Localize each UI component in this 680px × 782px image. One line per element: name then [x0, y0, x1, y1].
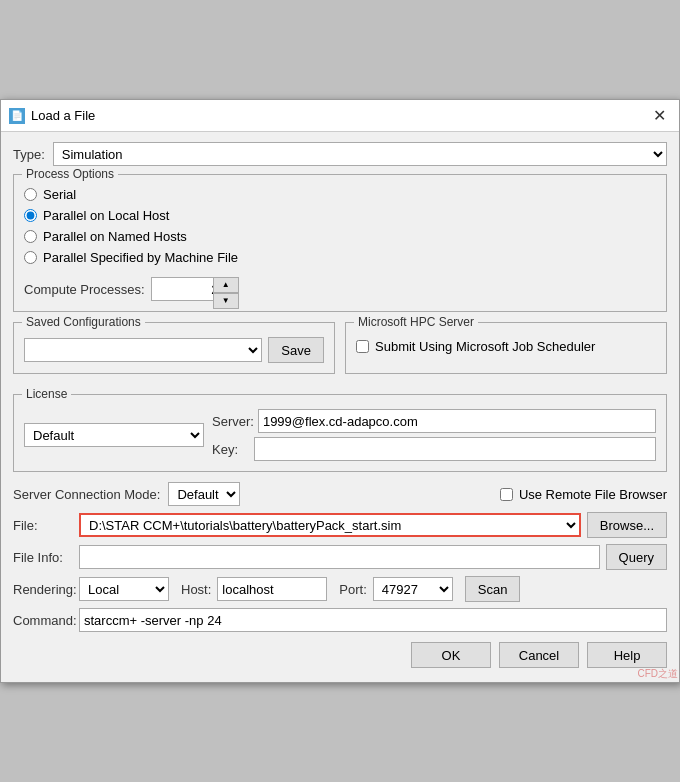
server-field-row: Server:: [212, 409, 656, 433]
save-row: Save: [24, 337, 324, 363]
parallel-named-radio[interactable]: [24, 230, 37, 243]
help-button[interactable]: Help: [587, 642, 667, 668]
radio-parallel-machine: Parallel Specified by Machine File: [24, 250, 656, 265]
port-select[interactable]: 47927: [373, 577, 453, 601]
dialog-title: Load a File: [31, 108, 95, 123]
host-input[interactable]: [217, 577, 327, 601]
parallel-local-label: Parallel on Local Host: [43, 208, 169, 223]
hpc-label: Submit Using Microsoft Job Scheduler: [375, 339, 595, 354]
scan-button[interactable]: Scan: [465, 576, 521, 602]
radio-parallel-local: Parallel on Local Host: [24, 208, 656, 223]
saved-config-title: Saved Configurations: [22, 315, 145, 329]
bottom-groups: Saved Configurations Save Microsoft HPC …: [13, 322, 667, 384]
hpc-server-group: Microsoft HPC Server Submit Using Micros…: [345, 322, 667, 374]
file-info-label: File Info:: [13, 550, 73, 565]
saved-config-select[interactable]: [24, 338, 262, 362]
hpc-row: Submit Using Microsoft Job Scheduler: [356, 339, 656, 354]
compute-label: Compute Processes:: [24, 282, 145, 297]
load-file-dialog: 📄 Load a File ✕ Type: Simulation Process…: [0, 99, 680, 683]
type-label: Type:: [13, 147, 45, 162]
parallel-machine-radio[interactable]: [24, 251, 37, 264]
title-bar: 📄 Load a File ✕: [1, 100, 679, 132]
radio-serial: Serial: [24, 187, 656, 202]
key-label: Key:: [212, 442, 238, 457]
compute-spinbox: ▲ ▼: [151, 277, 231, 301]
command-input[interactable]: [79, 608, 667, 632]
save-button[interactable]: Save: [268, 337, 324, 363]
type-row: Type: Simulation: [13, 142, 667, 166]
radio-group: Serial Parallel on Local Host Parallel o…: [24, 187, 656, 265]
license-row: Default Server: Key:: [24, 409, 656, 461]
server-connection-select[interactable]: Default: [168, 482, 240, 506]
serial-radio[interactable]: [24, 188, 37, 201]
key-input[interactable]: [254, 437, 656, 461]
parallel-local-radio[interactable]: [24, 209, 37, 222]
file-info-input[interactable]: [79, 545, 600, 569]
rendering-label: Rendering:: [13, 582, 73, 597]
watermark: CFD之道: [637, 667, 678, 681]
remote-browser-section: Use Remote File Browser: [500, 487, 667, 502]
spin-buttons: ▲ ▼: [213, 277, 231, 301]
rendering-select[interactable]: Local: [79, 577, 169, 601]
server-connection-label: Server Connection Mode:: [13, 487, 160, 502]
rendering-row: Rendering: Local Host: Port: 47927 Scan: [13, 576, 667, 602]
footer-row: OK Cancel Help: [13, 642, 667, 672]
type-select[interactable]: Simulation: [53, 142, 667, 166]
port-label: Port:: [339, 582, 366, 597]
radio-parallel-named: Parallel on Named Hosts: [24, 229, 656, 244]
process-options-group: Process Options Serial Parallel on Local…: [13, 174, 667, 312]
spin-up-button[interactable]: ▲: [213, 277, 239, 293]
ok-button[interactable]: OK: [411, 642, 491, 668]
browse-button[interactable]: Browse...: [587, 512, 667, 538]
query-button[interactable]: Query: [606, 544, 667, 570]
file-label: File:: [13, 518, 73, 533]
dialog-icon: 📄: [9, 108, 25, 124]
license-server-section: Server: Key:: [212, 409, 656, 461]
server-label: Server:: [212, 414, 254, 429]
hpc-checkbox[interactable]: [356, 340, 369, 353]
command-label: Command:: [13, 613, 73, 628]
key-field-row: Key:: [212, 437, 656, 461]
spin-down-button[interactable]: ▼: [213, 293, 239, 309]
dialog-content: Type: Simulation Process Options Serial …: [1, 132, 679, 682]
file-info-row: File Info: Query: [13, 544, 667, 570]
serial-label: Serial: [43, 187, 76, 202]
cancel-button[interactable]: Cancel: [499, 642, 579, 668]
close-button[interactable]: ✕: [647, 104, 671, 128]
file-select[interactable]: D:\STAR CCM+\tutorials\battery\batteryPa…: [79, 513, 581, 537]
hpc-server-title: Microsoft HPC Server: [354, 315, 478, 329]
license-group: License Default Server: Key:: [13, 394, 667, 472]
saved-configurations-group: Saved Configurations Save: [13, 322, 335, 374]
process-options-title: Process Options: [22, 167, 118, 181]
server-connection-row: Server Connection Mode: Default Use Remo…: [13, 482, 667, 506]
license-title: License: [22, 387, 71, 401]
parallel-named-label: Parallel on Named Hosts: [43, 229, 187, 244]
remote-browser-label: Use Remote File Browser: [519, 487, 667, 502]
parallel-machine-label: Parallel Specified by Machine File: [43, 250, 238, 265]
license-select[interactable]: Default: [24, 423, 204, 447]
compute-row: Compute Processes: ▲ ▼: [24, 277, 656, 301]
server-input[interactable]: [258, 409, 656, 433]
remote-browser-checkbox[interactable]: [500, 488, 513, 501]
host-label: Host:: [181, 582, 211, 597]
command-row: Command:: [13, 608, 667, 632]
file-row: File: D:\STAR CCM+\tutorials\battery\bat…: [13, 512, 667, 538]
